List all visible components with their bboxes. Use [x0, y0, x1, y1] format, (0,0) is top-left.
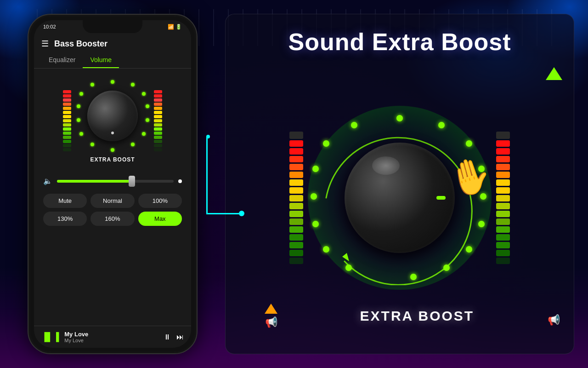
speaker-icon-right: 📢: [548, 314, 560, 326]
player-title: My Love: [64, 331, 158, 338]
preset-mute[interactable]: Mute: [43, 194, 87, 208]
boost-display: [226, 110, 574, 285]
vu-large-right: [496, 132, 510, 264]
preset-max[interactable]: Max: [138, 212, 182, 226]
knob-center: EXTRA BOOST: [76, 79, 149, 163]
knob-label: EXTRA BOOST: [90, 156, 135, 163]
status-bar: 10:02 📶 🔋: [34, 20, 191, 33]
app-header: ☰ Bass Booster: [34, 33, 191, 52]
preset-normal[interactable]: Normal: [90, 194, 134, 208]
player-subtitle: My Love: [64, 338, 158, 343]
arrow-up-right: [546, 67, 562, 80]
slider-thumb[interactable]: [129, 176, 135, 187]
knob-ring[interactable]: [76, 79, 149, 153]
preset-130[interactable]: 130%: [43, 212, 87, 226]
large-knob-indicator: [436, 196, 446, 200]
connection-dot-bottom: [239, 211, 244, 216]
player-info: My Love My Love: [64, 331, 158, 343]
tab-equalizer[interactable]: Equalizer: [41, 52, 83, 68]
player-controls[interactable]: ⏸ ⏭: [164, 333, 184, 341]
headline-text: Sound Extra Boost: [288, 29, 511, 55]
phone-frame: 10:02 📶 🔋 ☰ Bass Booster Equalizer Volum…: [28, 14, 198, 354]
phone-screen: 10:02 📶 🔋 ☰ Bass Booster Equalizer Volum…: [34, 20, 191, 348]
preset-100[interactable]: 100%: [138, 194, 182, 208]
preset-buttons: Mute Normal 100% 130% 160% Max: [34, 189, 191, 230]
knob-sheen: [372, 156, 400, 175]
equalizer-icon: ▐▌▐: [41, 332, 59, 342]
speaker-icon-left: 📢: [265, 316, 277, 328]
vu-large-left: [289, 132, 303, 264]
connection-line-vertical: [206, 137, 208, 214]
bottom-player: ▐▌▐ My Love My Love ⏸ ⏭: [34, 326, 191, 348]
knob-indicator: [111, 132, 114, 134]
boost-panel: Sound Extra Boost: [225, 14, 574, 354]
status-time: 10:02: [43, 24, 56, 29]
knob-area: EXTRA BOOST: [34, 69, 191, 173]
vu-meter-left: [63, 90, 71, 151]
connection-line-horizontal: [206, 213, 241, 214]
app-title: Bass Booster: [54, 39, 107, 49]
menu-icon[interactable]: ☰: [41, 39, 49, 49]
slider-dot: [178, 179, 182, 183]
next-icon[interactable]: ⏭: [176, 333, 184, 341]
headline: Sound Extra Boost: [226, 28, 574, 56]
tab-volume[interactable]: Volume: [83, 52, 119, 68]
svg-marker-0: [342, 253, 349, 261]
app-content: ☰ Bass Booster Equalizer Volume: [34, 33, 191, 348]
volume-slider-row: 🔈: [34, 173, 191, 189]
volume-icon: 🔈: [43, 177, 52, 185]
connection-dot-top: [206, 135, 210, 138]
arrow-up-left: [265, 304, 277, 314]
notch: [83, 20, 142, 33]
status-icons: 📶 🔋: [168, 24, 182, 30]
phone: 10:02 📶 🔋 ☰ Bass Booster Equalizer Volum…: [28, 14, 198, 354]
arrow-left-container: 📢: [265, 304, 277, 328]
knob-body: [87, 91, 138, 141]
large-knob-body: [345, 143, 455, 253]
boost-label: EXTRA BOOST: [360, 308, 475, 324]
app-tabs: Equalizer Volume: [34, 52, 191, 69]
slider-track[interactable]: [57, 180, 174, 183]
pause-icon[interactable]: ⏸: [164, 333, 171, 341]
vu-meter-right: [154, 90, 162, 151]
slider-fill: [57, 180, 133, 183]
arrow-right-container: [546, 67, 562, 80]
preset-160[interactable]: 160%: [90, 212, 134, 226]
